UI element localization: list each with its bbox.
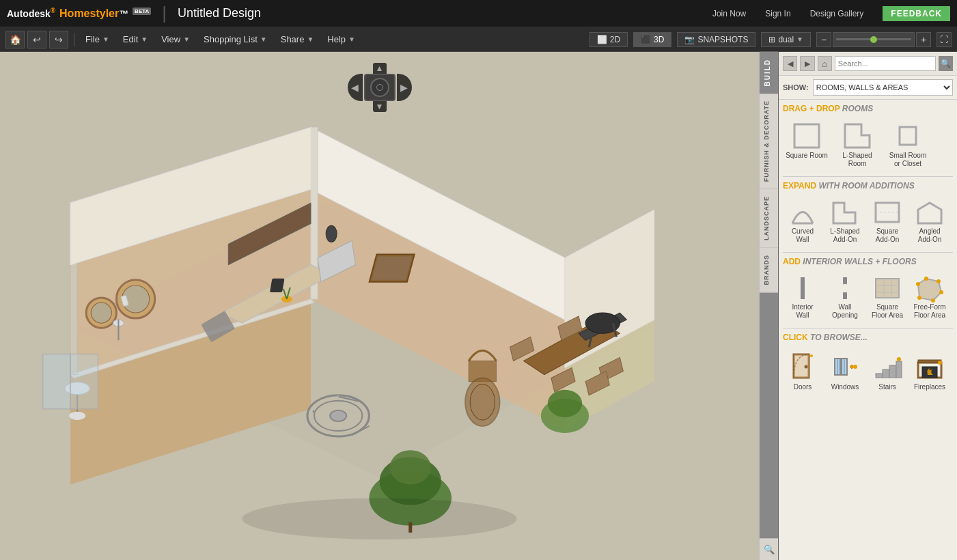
dual-btn[interactable]: ⊞ dual ▼ [761,32,811,47]
view-2d-icon: ⬜ [597,35,607,44]
fireplaces-label: Fireplaces [914,383,945,391]
svg-point-82 [917,296,921,300]
help-menu[interactable]: Help ▼ [322,31,361,47]
snapshots-btn[interactable]: 📷 SNAPSHOTS [677,32,755,47]
square-floor-item[interactable]: Square Floor Area [868,270,907,322]
dual-icon: ⊞ [768,35,775,44]
add-walls-grid: Interior Wall Wall Opening [783,270,953,322]
camera-icon: 📷 [684,35,695,44]
windows-icon [828,349,862,383]
share-menu[interactable]: Share ▼ [275,31,320,47]
svg-point-102 [897,357,901,361]
design-gallery-link[interactable]: Design Gallery [810,9,864,18]
svg-point-43 [390,450,431,484]
svg-rect-68 [876,203,899,222]
home-panel-btn[interactable]: ⌂ [818,56,832,71]
svg-point-85 [937,279,941,283]
sign-in-link[interactable]: Sign In [765,9,790,18]
svg-rect-98 [876,374,883,378]
fireplaces-item[interactable]: Fireplaces [910,346,949,394]
add-walls-section: ADD INTERIOR WALLS + FLOORS Interior Wal… [783,257,953,322]
snapshots-label: SNAPSHOTS [697,35,748,44]
redo-btn[interactable]: ↪ [49,31,68,48]
square-floor-icon [870,273,904,303]
view-3d-icon: ⬛ [641,35,651,44]
join-now-link[interactable]: Join Now [712,9,746,18]
view-menu[interactable]: View ▼ [156,31,195,47]
svg-rect-55 [43,354,70,408]
viewport[interactable]: ▲ ◀ ▶ ▼ [0,52,759,560]
forward-btn[interactable]: ▶ [800,56,814,71]
l-shaped-addon-item[interactable]: L-Shaped Add-On [825,195,865,247]
wall-opening-label: Wall Opening [828,303,862,320]
svg-rect-63 [794,124,819,148]
panel-content-area: ◀ ▶ ⌂ 🔍 SHOW: ROOMS, WALLS & AREASROOMS … [779,52,957,560]
freeform-floor-item[interactable]: Free-Form Floor Area [910,270,949,322]
curved-wall-label: Curved Wall [786,227,820,244]
panel-search-btn[interactable]: 🔍 [939,56,953,71]
feedback-button[interactable]: FEEDBACK [883,6,950,21]
furnish-tab-btn[interactable]: FURNISH & DECORATE [760,94,778,189]
expand-title: EXPAND WITH ROOM ADDITIONS [783,181,953,191]
interior-wall-item[interactable]: Interior Wall [783,270,822,322]
zoom-slider[interactable] [833,32,915,47]
logo-area: Autodesk® Homestyler™ BETA | Untitled De… [7,3,261,24]
curved-wall-item[interactable]: Curved Wall [783,195,822,247]
divider-2 [783,252,953,253]
build-tab: BUILD FURNISH & DECORATE LANDSCAPE BRAND… [760,52,779,560]
divider-1 [783,176,953,177]
angled-addon-item[interactable]: Angled Add-On [910,195,949,247]
undo-btn[interactable]: ↩ [27,31,46,48]
edit-menu[interactable]: Edit ▼ [117,31,153,47]
svg-rect-100 [889,365,896,378]
zoom-track [836,38,911,40]
panel-header: ◀ ▶ ⌂ 🔍 [779,52,957,76]
doors-item[interactable]: Doors [783,346,822,394]
nav-left-btn[interactable]: ◀ [348,74,363,101]
wall-opening-item[interactable]: Wall Opening [825,270,865,322]
show-select[interactable]: ROOMS, WALLS & AREASROOMS ONLYWALLS ONLY [813,79,953,96]
svg-point-83 [916,282,920,286]
nav-ring [364,74,396,101]
home-icon-btn[interactable]: 🏠 [5,31,25,48]
svg-rect-58 [270,279,285,292]
svg-point-86 [939,290,943,294]
svg-rect-101 [896,361,902,378]
view-3d-label: 3D [654,35,664,44]
svg-point-62 [242,499,516,540]
freeform-floor-icon [913,273,947,303]
nav-right-btn[interactable]: ▶ [397,74,412,101]
zoom-thumb[interactable] [870,36,877,43]
back-btn[interactable]: ◀ [783,56,797,71]
view-2d-btn[interactable]: ⬜ 2D [590,32,628,47]
svg-point-46 [548,390,582,417]
top-right-links: Join Now Sign In Design Gallery FEEDBACK [712,6,950,21]
shopping-label: Shopping List [204,34,258,44]
l-shaped-room-item[interactable]: L-Shaped Room [833,117,881,171]
search-tab-btn[interactable]: 🔍 [760,538,778,560]
click-browse-grid: Doors [783,346,953,394]
windows-item[interactable]: Windows [825,346,865,394]
svg-point-84 [924,277,928,281]
stairs-item[interactable]: Stairs [868,346,907,394]
zoom-out-btn[interactable]: − [816,32,831,47]
nav-control: ▲ ◀ ▶ ▼ [346,63,414,104]
nav-down-btn[interactable]: ▼ [373,101,387,112]
help-label: Help [327,34,346,44]
panel-search-input[interactable] [835,56,936,71]
square-addon-item[interactable]: Square Add-On [868,195,907,247]
small-room-item[interactable]: Small Room or Closet [884,117,932,171]
square-room-item[interactable]: Square Room [783,117,831,171]
square-addon-label: Square Add-On [870,227,904,244]
file-menu[interactable]: File ▼ [80,31,115,47]
logo-autodesk: Autodesk® Homestyler™ BETA [7,7,151,20]
shopping-list-menu[interactable]: Shopping List ▼ [198,31,273,47]
windows-label: Windows [831,383,859,391]
svg-rect-73 [843,292,847,299]
brands-tab-btn[interactable]: BRANDS [760,248,778,293]
landscape-tab-btn[interactable]: LANDSCAPE [760,189,778,248]
expand-view-btn[interactable]: ⛶ [937,32,952,47]
zoom-in-btn[interactable]: + [916,32,931,47]
view-3d-btn[interactable]: ⬛ 3D [633,32,671,47]
build-tab-btn[interactable]: BUILD [760,52,778,94]
